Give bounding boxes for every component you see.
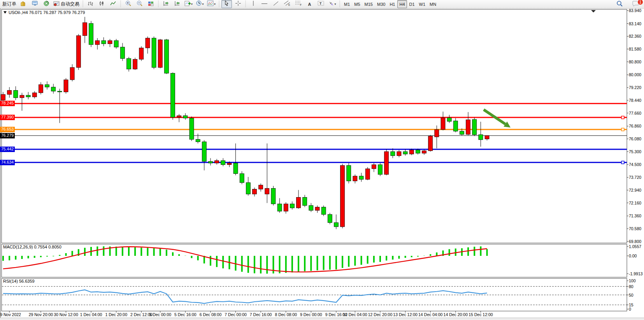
cursor-tool-button[interactable]: [221, 0, 232, 8]
timeframe-m15[interactable]: M15: [363, 0, 375, 8]
symbol-dropdown-icon[interactable]: [4, 11, 7, 14]
price-line-label: 78.245: [0, 101, 15, 106]
status-bar: [0, 318, 644, 320]
timeframe-d1[interactable]: D1: [407, 0, 417, 8]
candle-up: [428, 136, 433, 151]
svg-text:F: F: [300, 3, 302, 6]
navigator-icon: [43, 1, 49, 8]
candlestick-mode-button[interactable]: [97, 0, 107, 8]
candle-up: [158, 40, 162, 67]
time-axis-label: 5 Dec 00:00: [149, 312, 171, 317]
candle-up: [70, 68, 74, 80]
vertical-line-tool-button[interactable]: [248, 0, 258, 8]
timeframe-h1[interactable]: H1: [388, 0, 397, 8]
arrows-tool-button[interactable]: ▾: [327, 0, 337, 8]
time-axis-label: 1 Dec 20:00: [105, 312, 127, 317]
candle-down: [171, 73, 175, 117]
text-label-tool-button[interactable]: T: [316, 0, 326, 8]
auto-scroll-icon: [163, 1, 169, 8]
chart-shift-button[interactable]: [172, 0, 182, 8]
candle-down: [309, 205, 313, 210]
crosshair-tool-button[interactable]: [233, 0, 243, 8]
price-tick-label: 73.720: [629, 175, 641, 180]
text-tool-button[interactable]: A: [304, 0, 315, 8]
channel-tool-button[interactable]: E: [282, 0, 292, 8]
price-tick-label: 71.360: [629, 213, 641, 218]
candle-down: [221, 161, 225, 165]
candle-down: [240, 174, 244, 183]
candle-up: [297, 197, 301, 208]
candle-up: [365, 169, 370, 179]
macd-pane-border: [2, 244, 627, 277]
candlestick-icon: [99, 1, 105, 8]
candle-down: [334, 223, 338, 227]
candle-down: [416, 150, 420, 153]
indicators-button[interactable]: ▾: [206, 0, 217, 8]
text-label-icon: T: [318, 0, 325, 8]
time-axis-label: 9 Dec 00:00: [300, 312, 322, 317]
new-chart-button[interactable]: ▾: [183, 0, 194, 8]
price-tick-label: 75.300: [629, 149, 641, 154]
navigator-button[interactable]: [41, 0, 51, 8]
market-watch-button[interactable]: [18, 0, 29, 8]
zoom-out-button[interactable]: [134, 0, 145, 8]
profiles-button[interactable]: ▾: [195, 0, 205, 8]
price-tick-label: 72.160: [629, 201, 641, 205]
zoom-in-button[interactable]: [123, 0, 133, 8]
candle-down: [45, 85, 49, 87]
fibonacci-icon: F: [295, 0, 302, 8]
line-chart-mode-button[interactable]: [108, 0, 118, 8]
hline-handle[interactable]: [621, 116, 624, 119]
candle-up: [372, 164, 376, 169]
time-axis-label: 12 Dec 20:00: [368, 312, 392, 317]
rsi-tick-label: 50: [629, 293, 633, 297]
trendline-tool-button[interactable]: [270, 0, 281, 8]
rsi-tick-label: 80: [629, 284, 633, 289]
cursor-icon: [224, 0, 229, 8]
timeframe-mn[interactable]: MN: [428, 0, 438, 8]
timeframe-m30[interactable]: M30: [375, 0, 387, 8]
vertical-line-icon: [251, 0, 255, 8]
search-icon: [616, 0, 623, 8]
candle-down: [271, 188, 275, 204]
time-axis-label: 13 Dec 12:00: [393, 312, 417, 317]
notifications-button[interactable]: 1: [630, 0, 641, 9]
chevron-down-icon: ▾: [191, 2, 193, 6]
clock-icon: [196, 0, 202, 8]
tile-windows-button[interactable]: [146, 0, 156, 8]
toolbar: 新订单 自动交易: [0, 0, 644, 9]
chevron-down-icon: ▾: [335, 2, 336, 6]
candle-up: [177, 115, 181, 117]
new-order-button[interactable]: 新订单: [1, 0, 18, 8]
new-order-label: 新订单: [2, 1, 16, 7]
data-window-button[interactable]: [30, 0, 40, 8]
hline-handle[interactable]: [621, 128, 624, 131]
timeframe-group: M1M5M15M30H1H4D1W1MN: [342, 0, 438, 8]
line-chart-icon: [110, 1, 116, 8]
candle-down: [328, 215, 332, 223]
search-button[interactable]: [614, 0, 625, 9]
candle-down: [403, 152, 407, 154]
candle-up: [227, 163, 232, 164]
bar-chart-mode-button[interactable]: [85, 0, 96, 8]
timeframe-h4[interactable]: H4: [397, 0, 407, 8]
auto-scroll-button[interactable]: [161, 0, 171, 8]
price-tick-label: 81.580: [629, 47, 641, 51]
timeframe-w1[interactable]: W1: [417, 0, 428, 8]
hline-handle[interactable]: [621, 161, 624, 164]
candle-down: [58, 91, 62, 92]
time-axis-label: 1 Dec 04:00: [80, 312, 102, 317]
svg-text:E: E: [288, 3, 290, 6]
chart-canvas[interactable]: [0, 0, 644, 320]
timeframe-m5[interactable]: M5: [352, 0, 362, 8]
horizontal-line-tool-button[interactable]: [259, 0, 270, 8]
fibonacci-tool-button[interactable]: F: [293, 0, 304, 8]
autotrading-button[interactable]: 自动交易: [52, 0, 81, 8]
timeframe-m1[interactable]: M1: [342, 0, 352, 8]
candle-down: [102, 40, 106, 44]
candle-down: [208, 161, 212, 163]
toolbar-separator: [120, 1, 121, 8]
candle-down: [321, 207, 326, 215]
symbol-ohlc-title: USOil-,H4 76.071 76.287 75.979 76.279: [9, 10, 85, 15]
rsi-tick-label: 100: [629, 278, 636, 283]
